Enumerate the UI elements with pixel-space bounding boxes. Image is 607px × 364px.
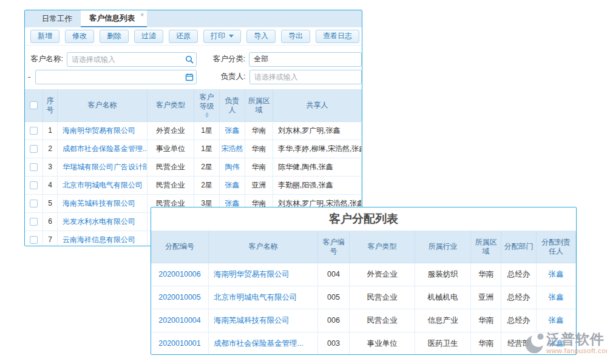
owner-link[interactable]: 陶伟 (225, 163, 240, 172)
owner-input-wrap (249, 70, 362, 84)
row-seq: 6 (43, 213, 58, 231)
table-row[interactable]: 2020010006 海南明华贸易有限公司 004 外资企业 服装纺织 华南 总… (151, 263, 576, 286)
owner-input[interactable] (250, 70, 361, 84)
table-row[interactable]: 2 成都市社会保险基金管理... 事业单位 1星 宋浩然 华南 李华,李婷,柳琳… (25, 140, 362, 158)
row-type: 事业单位 (350, 332, 415, 355)
customer-category-input[interactable] (249, 53, 361, 66)
owner-link[interactable]: 宋浩然 (222, 144, 243, 153)
print-button[interactable]: 打印 (203, 30, 241, 43)
row-checkbox[interactable] (30, 218, 38, 226)
header-region: 所属区域 (245, 89, 273, 122)
sort-icon[interactable] (205, 112, 209, 118)
row-checkbox[interactable] (30, 200, 38, 207)
toolbar: 新增 修改 删除 过滤 还原 打印 导入 导出 查看日志 (25, 27, 362, 46)
table-row[interactable]: 2020010004 海南芜城科技有限公司 006 民营企业 信息产业 华南 总… (151, 309, 576, 332)
table-row[interactable]: 3 华瑞城有限公司广告设计部 民营企业 2星 陶伟 华南 陈华健,陶伟,张鑫 (25, 158, 362, 177)
modify-button[interactable]: 修改 (65, 30, 94, 43)
owner-link[interactable]: 张鑫 (225, 126, 240, 135)
row-region: 华南 (471, 332, 501, 355)
row-region: 华南 (245, 122, 273, 140)
row-region: 华南 (245, 158, 273, 177)
header-checkbox-cell (25, 89, 43, 122)
customer-name-link[interactable]: 云南海祥信息有限公司 (63, 235, 135, 244)
row-seq: 7 (43, 231, 58, 246)
row-dept: 总经办 (501, 263, 537, 286)
table-row[interactable]: 2020010005 北京市明城电气有限公司 005 民营企业 机械机电 亚洲 … (151, 286, 576, 309)
header-customer-type: 客户类型 (350, 231, 415, 263)
customer-category-input-wrap (249, 52, 362, 67)
row-seq: 2 (43, 140, 58, 158)
select-all-checkbox[interactable] (30, 101, 38, 109)
row-shared: 刘东林,罗广明,张鑫 (273, 122, 362, 140)
customer-name-input[interactable] (67, 53, 183, 66)
header-alloc-no: 分配编号 (151, 231, 209, 263)
row-checkbox[interactable] (30, 145, 38, 153)
table-row[interactable]: 4 北京市明城电气有限公司 民营企业 2星 张鑫 亚洲 李勤丽,阳强,张鑫 (25, 177, 362, 195)
alloc-no-link[interactable]: 2020010001 (158, 339, 201, 349)
row-type: 民营企业 (350, 286, 415, 309)
filter-button[interactable]: 过滤 (134, 30, 163, 43)
tab-bar: 日常工作 客户信息列表 × (25, 10, 362, 27)
owner-link[interactable]: 张鑫 (225, 181, 240, 190)
chevron-down-icon (229, 35, 234, 38)
customer-name-link[interactable]: 海南明华贸易有限公司 (63, 126, 135, 135)
alloc-no-link[interactable]: 2020010006 (158, 270, 201, 280)
customer-name-label: 客户名称: (25, 54, 63, 64)
row-checkbox[interactable] (30, 127, 38, 135)
search-icon[interactable] (183, 55, 196, 64)
header-customer-level: 客户等级 (194, 89, 220, 122)
customer-name-link[interactable]: 成都市社会保险基金管理... (214, 339, 304, 349)
alloc-no-link[interactable]: 2020010004 (158, 316, 201, 326)
tab-customer-info-list[interactable]: 客户信息列表 × (81, 10, 147, 27)
view-log-button[interactable]: 查看日志 (316, 30, 359, 43)
row-industry: 医药卫生 (415, 332, 471, 355)
row-seq: 4 (43, 177, 58, 195)
customer-name-link[interactable]: 光发水利水电有限公司 (63, 217, 135, 226)
calendar-icon[interactable] (183, 73, 196, 81)
row-level: 2星 (194, 177, 220, 195)
alloc-no-link[interactable]: 2020010005 (158, 293, 201, 303)
row-seq: 3 (43, 158, 58, 177)
header-customer-name: 客户名称 (58, 89, 148, 122)
customer-name-link[interactable]: 成都市社会保险基金管理... (63, 144, 148, 153)
tab-close-icon[interactable]: × (140, 12, 144, 18)
row-dept: 经营部 (501, 332, 537, 355)
row-type: 事业单位 (148, 140, 194, 158)
header-assignee: 分配到责任人 (537, 231, 576, 263)
row-customer-no: 005 (318, 286, 350, 309)
customer-name-link[interactable]: 北京市明城电气有限公司 (63, 181, 143, 190)
table-row[interactable]: 2020010001 成都市社会保险基金管理... 003 事业单位 医药卫生 … (151, 332, 576, 355)
date-input[interactable] (36, 70, 183, 84)
restore-button[interactable]: 还原 (169, 30, 198, 43)
tab-daily-work[interactable]: 日常工作 (33, 10, 81, 27)
row-type: 民营企业 (148, 177, 194, 195)
row-dept: 总经办 (501, 309, 537, 332)
customer-name-link[interactable]: 华瑞城有限公司广告设计部 (63, 163, 148, 172)
row-region: 华南 (471, 309, 501, 332)
assignee-link[interactable]: 张鑫 (549, 339, 564, 349)
assignee-link[interactable]: 张鑫 (549, 293, 564, 303)
customer-name-link[interactable]: 北京市明城电气有限公司 (214, 293, 297, 303)
row-customer-no: 006 (318, 309, 350, 332)
customer-name-link[interactable]: 海南明华贸易有限公司 (214, 270, 290, 280)
row-seq: 5 (43, 195, 58, 213)
customer-name-input-wrap (67, 52, 197, 67)
export-button[interactable]: 导出 (281, 30, 310, 43)
assignee-link[interactable]: 张鑫 (549, 316, 564, 326)
customer-table-header: 序号 客户名称 客户类型 客户等级 负责人 所属区域 共享人 (25, 89, 362, 122)
row-checkbox[interactable] (30, 236, 38, 244)
row-shared: 陈华健,陶伟,张鑫 (273, 158, 362, 177)
header-customer-no: 客户编号 (318, 231, 350, 263)
customer-name-link[interactable]: 海南芜城科技有限公司 (214, 316, 290, 326)
row-checkbox[interactable] (30, 181, 38, 189)
owner-label: 负责人: (214, 72, 246, 82)
row-type: 民营企业 (148, 158, 194, 177)
row-region: 亚洲 (471, 286, 501, 309)
delete-button[interactable]: 删除 (100, 30, 129, 43)
import-button[interactable]: 导入 (246, 30, 276, 43)
add-button[interactable]: 新增 (30, 30, 59, 43)
assignee-link[interactable]: 张鑫 (549, 270, 564, 280)
row-checkbox[interactable] (30, 163, 38, 171)
table-row[interactable]: 1 海南明华贸易有限公司 外资企业 1星 张鑫 华南 刘东林,罗广明,张鑫 (25, 122, 362, 140)
customer-name-link[interactable]: 海南芜城科技有限公司 (63, 199, 135, 208)
